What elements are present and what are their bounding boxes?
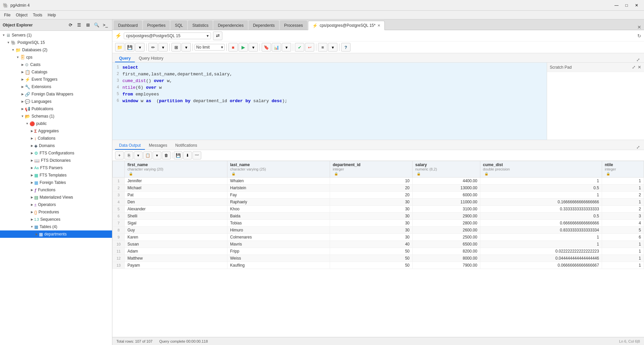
auto-refresh-icon[interactable]: ↻ (637, 33, 641, 39)
tree-item-fts-parsers[interactable]: ▶ Aa FTS Parsers (0, 164, 112, 171)
filter-dropdown[interactable]: ▾ (181, 43, 191, 52)
tree-item-fts-templates[interactable]: ▶ ▦ FTS Templates (0, 171, 112, 179)
edit-btn[interactable]: ✏ (148, 43, 158, 52)
menu-file[interactable]: File (1, 12, 13, 18)
download-btn[interactable]: ⬇ (183, 151, 192, 159)
rollback-btn[interactable]: ↩ (305, 43, 314, 52)
pg15-toggle[interactable]: ▼ (6, 40, 11, 45)
editor-expand-icon[interactable]: ⤢ (636, 57, 640, 62)
cps-toggle[interactable]: ▼ (15, 55, 20, 60)
scratch-pad-expand[interactable]: ⤢ (632, 65, 636, 70)
data-table-wrap[interactable]: first_name character varying (20) 🔒 last… (112, 161, 644, 337)
tree-item-foreign-tables[interactable]: ▶ ▦ Foreign Tables (0, 179, 112, 186)
tree-item-aggregates[interactable]: ▶ Σ Aggregates (0, 127, 112, 135)
tree-item-sequences[interactable]: ▶ 1.3 Sequences (0, 216, 112, 223)
tab-dashboard[interactable]: Dashboard (114, 20, 142, 30)
filter-btn[interactable]: ⊞ (171, 43, 181, 52)
databases-toggle[interactable]: ▼ (11, 48, 15, 52)
scratch-pad-content[interactable] (547, 72, 644, 140)
tab-statistics[interactable]: Statistics (188, 20, 213, 30)
save-file-btn[interactable]: 💾 (125, 43, 135, 52)
tree-item-extensions[interactable]: ▶ 🔧 Extensions (0, 83, 112, 90)
edit-dropdown[interactable]: ▾ (158, 43, 168, 52)
oe-refresh-btn[interactable]: ⟳ (66, 21, 74, 29)
add-row-btn[interactable]: + (115, 151, 124, 159)
fts-parsers-toggle[interactable]: ▶ (30, 165, 34, 170)
operators-toggle[interactable]: ▶ (30, 202, 34, 207)
maximize-button[interactable]: □ (622, 2, 631, 9)
departments-toggle[interactable]: ▶ (34, 232, 39, 236)
tree-item-collations[interactable]: ▶ ↕ Collations (0, 135, 112, 142)
tab-processes[interactable]: Processes (280, 20, 307, 30)
data-tab-output[interactable]: Data Output (115, 142, 145, 150)
tree-item-procedures[interactable]: ▶ {} Procedures (0, 208, 112, 216)
functions-toggle[interactable]: ▶ (30, 188, 34, 192)
publications-toggle[interactable]: ▶ (20, 107, 25, 111)
tree-item-fts-dicts[interactable]: ▶ 📖 FTS Dictionaries (0, 157, 112, 164)
tab-query-tool-close[interactable]: ✕ (377, 23, 380, 28)
connection-swap-btn[interactable]: ⇄ (213, 31, 222, 40)
languages-toggle[interactable]: ▶ (20, 99, 25, 104)
tab-dependents[interactable]: Dependents (249, 20, 279, 30)
tree-item-publications[interactable]: ▶ 📢 Publications (0, 105, 112, 113)
tab-dependencies[interactable]: Dependencies (213, 20, 248, 30)
tree-item-fdw[interactable]: ▶ 🔗 Foreign Data Wrappers (0, 90, 112, 98)
data-tab-notifications[interactable]: Notifications (171, 142, 201, 150)
catalogs-toggle[interactable]: ▶ (20, 70, 25, 74)
event-triggers-toggle[interactable]: ▶ (20, 77, 25, 82)
fdw-toggle[interactable]: ▶ (20, 92, 25, 96)
save-file-dropdown[interactable]: ▾ (135, 43, 145, 52)
copy-dropdown[interactable]: ▾ (134, 151, 143, 159)
subtab-query[interactable]: Query (115, 55, 135, 62)
aggregates-toggle[interactable]: ▶ (30, 129, 34, 133)
oe-terminal-btn[interactable]: >_ (101, 21, 109, 29)
bookmark-btn[interactable]: 🔖 (262, 43, 271, 52)
scratch-pad-close[interactable]: ✕ (638, 65, 641, 70)
tree-item-public[interactable]: ▼ 🔴 public (0, 120, 112, 127)
format-dropdown[interactable]: ▾ (328, 43, 337, 52)
sequences-toggle[interactable]: ▶ (30, 217, 34, 222)
open-file-btn[interactable]: 📁 (115, 43, 124, 52)
chart-dropdown[interactable]: ▾ (282, 43, 291, 52)
delete-row-btn[interactable]: 🗑 (162, 151, 171, 159)
tree-item-mat-views[interactable]: ▶ ▤ Materialized Views (0, 194, 112, 201)
stop-btn[interactable]: ■ (228, 43, 238, 52)
menu-object[interactable]: Object (13, 12, 30, 18)
casts-toggle[interactable]: ▶ (20, 62, 25, 67)
tree-item-servers[interactable]: ▼ 🖥 Servers (1) (0, 31, 112, 39)
menu-tools[interactable]: Tools (30, 12, 45, 18)
data-area-expand[interactable]: ⤢ (636, 145, 640, 150)
copy-btn[interactable]: ⎘ (124, 151, 133, 159)
oe-sql-btn[interactable]: ⊞ (84, 21, 92, 29)
tree-item-functions[interactable]: ▶ ƒ Functions (0, 186, 112, 194)
fts-templates-toggle[interactable]: ▶ (30, 173, 34, 178)
commit-btn[interactable]: ✔ (295, 43, 304, 52)
paste-dropdown[interactable]: ▾ (153, 151, 161, 159)
paste-btn[interactable]: 📋 (143, 151, 152, 159)
connection-select[interactable]: cps/postgres@PostgreSQL 15 ▾ (124, 32, 211, 39)
oe-properties-btn[interactable]: ☰ (75, 21, 83, 29)
format-btn[interactable]: ≡ (318, 43, 327, 52)
run-btn[interactable]: ▶ (238, 43, 248, 52)
graph-btn[interactable]: 〰 (193, 151, 201, 159)
tab-sql[interactable]: SQL (170, 20, 187, 30)
servers-toggle[interactable]: ▼ (1, 33, 6, 38)
oe-search-btn[interactable]: 🔍 (93, 21, 101, 29)
minimize-button[interactable]: — (612, 2, 621, 9)
tab-query-tool[interactable]: ⚡ cps/postgres@PostgreSQL 15* ✕ (308, 21, 385, 30)
extensions-toggle[interactable]: ▶ (20, 84, 25, 89)
subtab-query-history[interactable]: Query History (135, 55, 167, 62)
tab-bar-close-all[interactable]: ✕ (637, 24, 641, 30)
tree-item-event-triggers[interactable]: ▶ ⚡ Event Triggers (0, 76, 112, 83)
tree-item-domains[interactable]: ▶ ◈ Domains (0, 142, 112, 149)
sql-editor[interactable]: 1 select 2 first_name,last_name,departme… (112, 63, 547, 140)
menu-help[interactable]: Help (45, 12, 59, 18)
procedures-toggle[interactable]: ▶ (30, 210, 34, 214)
domains-toggle[interactable]: ▶ (30, 143, 34, 148)
tree-item-casts[interactable]: ▶ ⚙ Casts (0, 61, 112, 68)
tree-item-pg15[interactable]: ▼ 🐘 PostgreSQL 15 (0, 39, 112, 46)
tree-item-operators[interactable]: ▶ ± Operators (0, 201, 112, 208)
tree-item-departments[interactable]: ▶ ▦ departments (0, 230, 112, 238)
limit-select[interactable]: No limit ▾ (195, 44, 225, 51)
save-data-btn[interactable]: 💾 (174, 151, 182, 159)
